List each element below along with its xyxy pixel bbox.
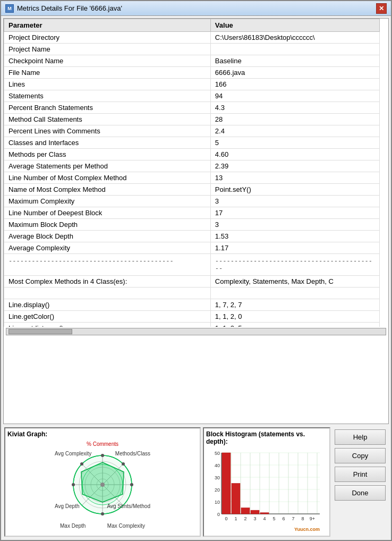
param-cell: Average Statements per Method bbox=[4, 160, 211, 172]
method-row: Line.getdistance()1, 1, 2, 5 bbox=[4, 323, 380, 327]
value-cell: 13 bbox=[210, 172, 379, 184]
svg-rect-47 bbox=[241, 508, 250, 514]
param-cell: Percent Lines with Comments bbox=[4, 125, 211, 137]
svg-point-15 bbox=[101, 512, 104, 515]
value-cell: 4.60 bbox=[210, 149, 379, 160]
window-title: Metrics Details For File '6666.java' bbox=[17, 4, 122, 12]
main-content: Parameter Value Project DirectoryC:\User… bbox=[1, 16, 391, 540]
value-cell: 5 bbox=[210, 137, 379, 149]
param-cell: File Name bbox=[4, 67, 211, 79]
table-row: Lines166 bbox=[4, 79, 380, 90]
table-row: Statements94 bbox=[4, 90, 380, 102]
histogram-title: Block Histogram (statements vs. depth): bbox=[206, 430, 327, 445]
value-cell bbox=[210, 44, 379, 55]
close-button[interactable]: ✕ bbox=[376, 3, 387, 14]
svg-text:2: 2 bbox=[244, 516, 246, 521]
value-cell: 4.3 bbox=[210, 102, 379, 114]
svg-text:5: 5 bbox=[272, 516, 275, 521]
method-row: Line.display()1, 7, 2, 7 bbox=[4, 299, 380, 311]
svg-text:1: 1 bbox=[234, 516, 237, 521]
table-row: Maximum Complexity3 bbox=[4, 196, 380, 207]
param-cell: Maximum Complexity bbox=[4, 196, 211, 207]
table-row: Average Complexity1.17 bbox=[4, 242, 380, 254]
table-row: Line Number of Deepest Block17 bbox=[4, 207, 380, 219]
svg-point-19 bbox=[100, 483, 105, 487]
svg-rect-48 bbox=[251, 510, 259, 514]
value-cell: 3 bbox=[210, 196, 379, 207]
table-row: Project DirectoryC:\Users\86183\Desktop\… bbox=[4, 32, 380, 44]
copy-button[interactable]: Copy bbox=[335, 448, 386, 463]
svg-rect-46 bbox=[232, 484, 240, 514]
table-row: Line Number of Most Complex Method13 bbox=[4, 172, 380, 184]
scrollbar-thumb bbox=[8, 329, 72, 334]
value-cell: C:\Users\86183\Desktop\cccccc\ bbox=[210, 32, 379, 44]
svg-text:50: 50 bbox=[215, 451, 220, 456]
value-cell: Baseline bbox=[210, 55, 379, 67]
table-row: File Name6666.java bbox=[4, 67, 380, 79]
svg-point-13 bbox=[101, 454, 104, 457]
svg-text:20: 20 bbox=[215, 487, 220, 493]
kiviat-title: Kiviat Graph: bbox=[7, 430, 198, 438]
bottom-area: Kiviat Graph: bbox=[3, 426, 389, 538]
label-max-depth: Max Depth bbox=[60, 523, 86, 529]
print-button[interactable]: Print bbox=[335, 467, 386, 482]
param-cell: Name of Most Complex Method bbox=[4, 184, 211, 196]
svg-text:6: 6 bbox=[282, 516, 285, 521]
param-cell: Maximum Block Depth bbox=[4, 219, 211, 231]
svg-point-17 bbox=[122, 462, 125, 466]
param-cell: Line Number of Deepest Block bbox=[4, 207, 211, 219]
value-cell: 6666.java bbox=[210, 67, 379, 79]
value-cell: 3 bbox=[210, 219, 379, 231]
table-row: Project Name bbox=[4, 44, 380, 55]
param-cell: Statements bbox=[4, 90, 211, 102]
param-cell: Percent Branch Statements bbox=[4, 102, 211, 114]
svg-text:10: 10 bbox=[215, 500, 220, 505]
param-cell: Project Name bbox=[4, 44, 211, 55]
col-header-value: Value bbox=[210, 19, 379, 32]
horizontal-scrollbar[interactable] bbox=[6, 328, 386, 335]
value-cell: 94 bbox=[210, 90, 379, 102]
table-row: Classes and Interfaces5 bbox=[4, 137, 380, 149]
method-name-cell: Line.getColor() bbox=[4, 311, 211, 323]
method-value-cell: 1, 7, 2, 7 bbox=[210, 299, 379, 311]
title-bar-left: M Metrics Details For File '6666.java' bbox=[5, 4, 122, 13]
label-max-complexity: Max Complexity bbox=[107, 523, 145, 529]
label-avg-depth: Avg Depth bbox=[55, 503, 80, 509]
param-cell: Lines bbox=[4, 79, 211, 90]
metrics-table-area: Parameter Value Project DirectoryC:\User… bbox=[3, 18, 389, 424]
table-row: Percent Branch Statements4.3 bbox=[4, 102, 380, 114]
label-avg-stmts: Avg Stmts/Method bbox=[107, 503, 150, 509]
svg-point-16 bbox=[72, 483, 75, 486]
histogram-chart: 50 40 30 20 10 0 bbox=[206, 446, 327, 534]
svg-text:0: 0 bbox=[225, 516, 227, 521]
param-cell: Method Call Statements bbox=[4, 114, 211, 125]
svg-rect-49 bbox=[260, 513, 269, 514]
title-bar: M Metrics Details For File '6666.java' ✕ bbox=[1, 1, 391, 16]
param-cell: Average Complexity bbox=[4, 242, 211, 254]
value-cell: 2.39 bbox=[210, 160, 379, 172]
svg-point-14 bbox=[130, 483, 133, 486]
param-cell: Methods per Class bbox=[4, 149, 211, 160]
radar-container: % Comments Methods/Class Avg Stmts/Metho… bbox=[55, 441, 150, 531]
svg-text:7: 7 bbox=[292, 516, 294, 521]
done-button[interactable]: Done bbox=[335, 485, 386, 501]
param-cell: Project Directory bbox=[4, 32, 211, 44]
param-cell: Line Number of Most Complex Method bbox=[4, 172, 211, 184]
value-cell: 166 bbox=[210, 79, 379, 90]
table-row: Average Block Depth1.53 bbox=[4, 231, 380, 242]
metrics-table: Parameter Value Project DirectoryC:\User… bbox=[4, 19, 380, 327]
value-cell: 1.53 bbox=[210, 231, 379, 242]
svg-text:Yuucn.com: Yuucn.com bbox=[294, 527, 320, 532]
svg-text:4: 4 bbox=[263, 516, 266, 521]
main-window: M Metrics Details For File '6666.java' ✕… bbox=[0, 0, 392, 541]
method-name-cell: Line.display() bbox=[4, 299, 211, 311]
method-name-cell: Line.getdistance() bbox=[4, 323, 211, 327]
help-button[interactable]: Help bbox=[335, 429, 386, 445]
svg-text:9+: 9+ bbox=[310, 516, 315, 521]
svg-text:8: 8 bbox=[301, 516, 304, 521]
table-scroll[interactable]: Parameter Value Project DirectoryC:\User… bbox=[4, 19, 388, 327]
table-row: Method Call Statements28 bbox=[4, 114, 380, 125]
window-icon: M bbox=[5, 4, 14, 13]
param-cell: Checkpoint Name bbox=[4, 55, 211, 67]
value-cell: 28 bbox=[210, 114, 379, 125]
